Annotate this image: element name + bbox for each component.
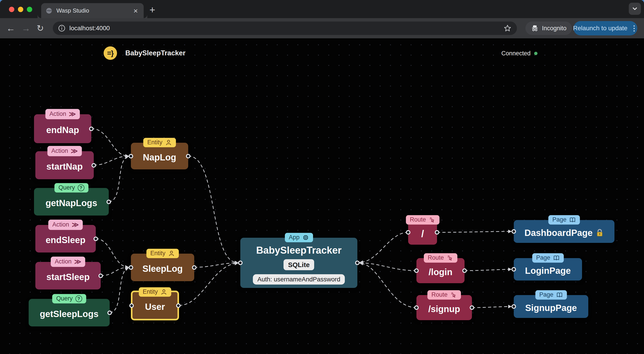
- chevrons-right-icon: ≫: [71, 147, 78, 155]
- macos-close-button[interactable]: [9, 7, 14, 12]
- bookmark-star-icon[interactable]: [504, 24, 512, 32]
- badge-label: Entity: [147, 139, 162, 146]
- connection-handle[interactable]: [106, 200, 111, 204]
- incognito-icon: [531, 24, 539, 32]
- route-badge: Route: [428, 290, 461, 300]
- connection-handle[interactable]: [176, 303, 180, 308]
- connection-handle[interactable]: [512, 304, 516, 309]
- node-page-signuppage[interactable]: Page SignupPage: [514, 295, 588, 318]
- node-query-getnaplogs[interactable]: Query ? getNapLogs: [34, 188, 109, 216]
- tab-close-icon[interactable]: ×: [132, 7, 139, 15]
- badge-label: Route: [410, 216, 426, 224]
- badge-label: Action: [52, 221, 69, 229]
- macos-maximize-button[interactable]: [27, 7, 32, 12]
- connection-handle[interactable]: [435, 230, 439, 235]
- tab-search-button[interactable]: [629, 3, 641, 15]
- reload-button[interactable]: ↻: [37, 23, 44, 33]
- badge-label: Action: [51, 147, 68, 155]
- forward-button[interactable]: →: [22, 23, 30, 33]
- node-app-babysleeptracker[interactable]: App BabySleepTracker SQLite Auth: userna…: [240, 238, 357, 288]
- page-name: DashboardPage: [524, 228, 593, 238]
- new-tab-button[interactable]: +: [150, 5, 155, 15]
- connection-handle[interactable]: [108, 310, 112, 315]
- cursor-click-icon: [450, 291, 457, 298]
- action-badge: Action ≫: [48, 220, 83, 230]
- node-page-loginpage[interactable]: Page LoginPage: [514, 258, 582, 280]
- connection-handle[interactable]: [414, 305, 419, 310]
- connection-handle[interactable]: [192, 265, 196, 270]
- connection-handle[interactable]: [129, 265, 133, 270]
- node-entity-naplog[interactable]: Entity NapLog: [131, 143, 188, 169]
- node-action-startsleep[interactable]: Action ≫ startSleep: [35, 262, 101, 289]
- book-open-icon: [569, 217, 576, 223]
- badge-label: Entity: [143, 288, 158, 296]
- globe-favicon-icon: [46, 8, 52, 14]
- book-open-icon: [556, 291, 563, 298]
- connection-handle[interactable]: [238, 261, 242, 265]
- badge-label: Query: [58, 184, 75, 192]
- badge-label: Page: [552, 216, 566, 224]
- action-badge: Action ≫: [46, 109, 80, 119]
- connection-handle[interactable]: [129, 303, 134, 308]
- relaunch-label: Relaunch to update: [573, 25, 628, 32]
- badge-label: Entity: [150, 250, 166, 257]
- relaunch-to-update-button[interactable]: Relaunch to update ⋮: [574, 21, 637, 35]
- connection-handle[interactable]: [92, 163, 96, 167]
- entity-badge: Entity: [146, 249, 179, 258]
- address-bar[interactable]: localhost:4000: [53, 22, 517, 35]
- cursor-click-icon: [447, 255, 453, 261]
- connection-handle[interactable]: [94, 237, 98, 241]
- badge-label: Page: [539, 291, 553, 299]
- edge-signup-signuppage: [472, 306, 511, 308]
- connection-handle[interactable]: [512, 267, 516, 272]
- chevrons-right-icon: ≫: [72, 221, 79, 229]
- node-action-endsleep[interactable]: Action ≫ endSleep: [35, 225, 96, 253]
- back-button[interactable]: ←: [6, 23, 15, 33]
- connection-handle[interactable]: [186, 154, 190, 158]
- auth-pill: Auth: usernameAndPassword: [253, 274, 344, 285]
- connection-handle[interactable]: [470, 305, 474, 310]
- query-badge: Query ?: [52, 294, 86, 303]
- edge-startsleep-sleeplog: [101, 267, 128, 276]
- badge-label: Page: [536, 254, 550, 262]
- macos-minimize-button[interactable]: [18, 7, 23, 12]
- page-badge: Page: [535, 290, 567, 300]
- connection-handle[interactable]: [414, 268, 419, 273]
- browser-menu-dots-icon[interactable]: ⋮: [630, 24, 638, 33]
- person-icon: [160, 289, 167, 295]
- node-action-endnap[interactable]: Action ≫ endNap: [34, 114, 91, 143]
- node-query-getsleeplogs[interactable]: Query ? getSleepLogs: [29, 299, 110, 326]
- badge-label: App: [289, 234, 300, 241]
- chevrons-right-icon: ≫: [69, 110, 76, 118]
- incognito-badge: Incognito: [526, 22, 572, 35]
- site-info-icon[interactable]: [58, 25, 65, 32]
- lock-icon: [596, 228, 604, 237]
- node-page-dashboardpage[interactable]: Page DashboardPage: [514, 220, 614, 243]
- node-entity-user[interactable]: Entity User: [131, 291, 179, 320]
- wasp-studio-canvas[interactable]: =} BabySleepTracker Connected: [0, 38, 644, 354]
- badge-label: Action: [50, 110, 66, 118]
- connection-handle[interactable]: [98, 274, 103, 278]
- connection-handle[interactable]: [512, 229, 516, 234]
- incognito-label: Incognito: [542, 25, 566, 32]
- edge-sleeplog-app: [194, 263, 238, 267]
- tab-strip: Wasp Studio × +: [0, 0, 644, 18]
- person-icon: [165, 139, 172, 146]
- connection-handle[interactable]: [89, 127, 94, 131]
- entity-badge: Entity: [139, 287, 172, 297]
- edge-endnap-naplog: [91, 129, 128, 156]
- node-route-login[interactable]: Route /login: [416, 258, 464, 283]
- connection-handle[interactable]: [129, 154, 133, 158]
- connection-handle[interactable]: [406, 230, 410, 235]
- node-action-startnap[interactable]: Action ≫ startNap: [35, 151, 94, 179]
- chip-icon: [302, 234, 309, 241]
- browser-tab[interactable]: Wasp Studio ×: [41, 3, 144, 18]
- node-route-signup[interactable]: Route /signup: [416, 295, 472, 320]
- connection-handle[interactable]: [355, 261, 360, 265]
- page-badge: Page: [532, 253, 564, 263]
- node-label: BabySleepTracker: [256, 245, 342, 255]
- node-entity-sleeplog[interactable]: Entity SleepLog: [131, 254, 194, 281]
- node-route-root[interactable]: Route /: [408, 220, 437, 245]
- connection-handle[interactable]: [462, 268, 467, 273]
- edge-getnaplogs-naplog: [109, 157, 128, 202]
